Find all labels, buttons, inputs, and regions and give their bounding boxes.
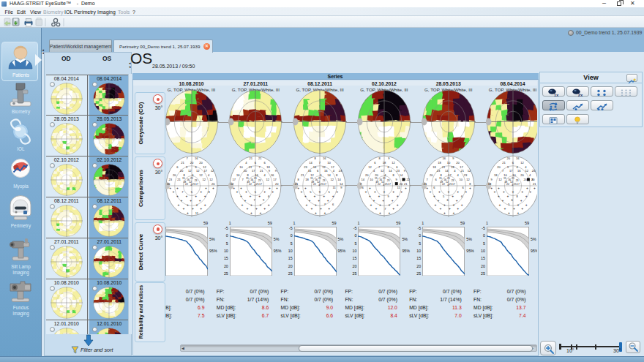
svg-text:15: 15 (375, 177, 378, 180)
svg-text:14: 14 (389, 169, 392, 173)
svg-text:+: + (533, 186, 535, 189)
svg-text:16: 16 (324, 169, 328, 173)
svg-text:21: 21 (502, 160, 506, 164)
svg-text:+: + (392, 190, 394, 194)
svg-text:12: 12 (199, 173, 203, 177)
svg-text:22: 22 (406, 177, 410, 181)
svg-text:17: 17 (195, 183, 198, 186)
svg-text:+: + (244, 198, 247, 202)
svg-text:14: 14 (309, 160, 312, 164)
svg-text:17: 17 (233, 177, 236, 181)
svg-text:+: + (268, 203, 270, 206)
svg-text:12: 12 (322, 165, 326, 168)
svg-text:+: + (260, 203, 262, 206)
svg-text:12: 12 (231, 181, 234, 185)
svg-text:+: + (529, 190, 531, 194)
svg-text:+: + (526, 186, 528, 189)
svg-text:+: + (200, 207, 202, 211)
svg-text:20: 20 (211, 181, 215, 185)
svg-text:+: + (180, 198, 182, 202)
svg-text:+: + (388, 203, 390, 206)
svg-text:20: 20 (456, 160, 460, 164)
svg-text:23: 23 (168, 177, 172, 181)
svg-text:+: + (323, 195, 325, 198)
svg-text:+: + (176, 186, 179, 189)
svg-text:+: + (318, 198, 320, 202)
svg-text:+: + (320, 207, 322, 211)
svg-text:+: + (369, 186, 371, 189)
svg-text:14: 14 (337, 177, 341, 181)
svg-text:20: 20 (523, 177, 527, 181)
svg-text:+: + (449, 207, 451, 211)
svg-text:21: 21 (301, 173, 304, 177)
svg-text:15: 15 (310, 177, 313, 180)
svg-text:12: 12 (187, 169, 191, 173)
svg-text:12: 12 (331, 177, 334, 181)
svg-text:+: + (490, 186, 493, 189)
svg-text:17: 17 (323, 183, 326, 186)
svg-text:+: + (457, 190, 459, 194)
svg-text:+: + (498, 186, 500, 189)
svg-text:12: 12 (310, 173, 314, 177)
svg-text:4: 4 (447, 183, 449, 186)
svg-text:16: 16 (308, 169, 312, 173)
svg-text:+: + (190, 198, 192, 202)
svg-text:18: 18 (433, 165, 436, 168)
svg-text:25: 25 (321, 182, 323, 185)
svg-text:18: 18 (494, 173, 498, 177)
svg-text:14: 14 (340, 181, 343, 185)
svg-text:20: 20 (275, 181, 279, 185)
svg-text:+: + (169, 186, 171, 189)
svg-text:25: 25 (192, 182, 195, 185)
svg-text:14: 14 (361, 177, 364, 181)
svg-text:23: 23 (436, 169, 440, 173)
svg-text:12: 12 (525, 169, 528, 173)
svg-text:23: 23 (396, 169, 400, 173)
svg-text:2x: 2x (578, 93, 583, 97)
svg-text:23: 23 (451, 179, 454, 182)
svg-text:10: 10 (239, 165, 243, 168)
svg-text:+: + (250, 211, 252, 214)
svg-text:17: 17 (448, 173, 452, 177)
svg-text:+: + (378, 195, 380, 198)
svg-text:16: 16 (166, 181, 170, 185)
svg-text:+: + (198, 198, 201, 202)
svg-text:11: 11 (195, 211, 198, 214)
svg-text:+: + (498, 195, 500, 198)
svg-text:+: + (434, 203, 436, 206)
svg-text:+: + (240, 186, 242, 189)
svg-text:+: + (191, 207, 193, 211)
svg-text:+: + (382, 198, 384, 202)
svg-text:18: 18 (266, 165, 270, 168)
svg-text:21: 21 (295, 181, 299, 185)
svg-text:+: + (373, 198, 375, 202)
svg-text:+: + (525, 195, 527, 198)
svg-text:+: + (443, 211, 446, 214)
svg-text:4: 4 (383, 183, 384, 186)
svg-text:+: + (304, 186, 307, 189)
svg-text:+: + (370, 203, 372, 206)
svg-text:4: 4 (512, 183, 513, 186)
svg-text:+: + (177, 203, 179, 206)
svg-text:+: + (297, 186, 299, 189)
svg-text:21: 21 (533, 181, 536, 185)
svg-text:18: 18 (383, 160, 386, 164)
svg-text:12: 12 (381, 169, 384, 173)
svg-text:+: + (517, 211, 519, 214)
svg-text:23: 23 (339, 169, 342, 173)
svg-text:21: 21 (250, 157, 253, 160)
svg-text:16: 16 (517, 169, 521, 173)
svg-text:+: + (306, 203, 308, 206)
svg-text:22: 22 (442, 182, 445, 185)
svg-text:+: + (186, 211, 188, 214)
svg-text:16: 16 (442, 157, 446, 160)
svg-text:11: 11 (333, 186, 337, 189)
svg-text:+: + (503, 190, 505, 194)
svg-text:12: 12 (209, 177, 213, 181)
svg-text:21: 21 (441, 165, 445, 168)
svg-text:21: 21 (318, 177, 321, 180)
svg-text:+: + (493, 190, 495, 194)
svg-text:+: + (255, 207, 258, 211)
svg-text:16: 16 (313, 165, 317, 168)
svg-text:12: 12 (196, 169, 200, 173)
